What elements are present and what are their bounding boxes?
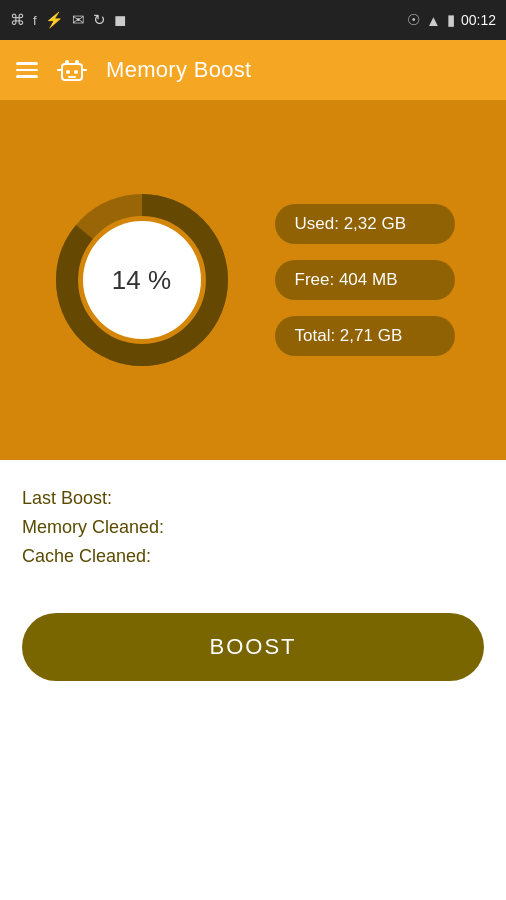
time-display: 00:12	[461, 12, 496, 28]
app-logo-icon	[54, 52, 90, 88]
eye-icon: ☉	[407, 11, 420, 29]
info-section: Last Boost: Memory Cleaned: Cache Cleane…	[0, 460, 506, 595]
cache-cleaned-label: Cache Cleaned:	[22, 546, 484, 567]
signal-icon: ▲	[426, 12, 441, 29]
total-badge: Total: 2,71 GB	[275, 316, 455, 356]
status-bar-icons-right: ☉ ▲ ▮ 00:12	[407, 11, 496, 29]
last-boost-label: Last Boost:	[22, 488, 484, 509]
app-bar: Memory Boost	[0, 40, 506, 100]
svg-rect-7	[68, 76, 76, 78]
wifi-icon: ⌘	[10, 11, 25, 29]
memory-percentage: 14 %	[83, 221, 201, 339]
svg-point-6	[74, 70, 78, 74]
battery-icon: ▮	[447, 11, 455, 29]
svg-point-5	[66, 70, 70, 74]
hero-section: 14 % Used: 2,32 GB Free: 404 MB Total: 2…	[0, 100, 506, 460]
donut-chart: 14 %	[52, 190, 232, 370]
image-icon: ◼	[114, 11, 126, 29]
sync-icon: ↻	[93, 11, 106, 29]
svg-point-1	[65, 60, 69, 64]
status-bar: ⌘ f ⚡ ✉ ↻ ◼ ☉ ▲ ▮ 00:12	[0, 0, 506, 40]
boost-button-container: BOOST	[0, 595, 506, 681]
svg-point-8	[71, 57, 74, 60]
facebook-icon: f	[33, 13, 37, 28]
svg-point-2	[75, 60, 79, 64]
status-bar-icons-left: ⌘ f ⚡ ✉ ↻ ◼	[10, 11, 126, 29]
used-badge: Used: 2,32 GB	[275, 204, 455, 244]
hamburger-menu-button[interactable]	[16, 62, 38, 78]
stats-panel: Used: 2,32 GB Free: 404 MB Total: 2,71 G…	[275, 204, 455, 356]
free-badge: Free: 404 MB	[275, 260, 455, 300]
memory-cleaned-label: Memory Cleaned:	[22, 517, 484, 538]
boost-button[interactable]: BOOST	[22, 613, 484, 681]
message-icon: ✉	[72, 11, 85, 29]
usb-icon: ⚡	[45, 11, 64, 29]
app-title: Memory Boost	[106, 57, 251, 83]
